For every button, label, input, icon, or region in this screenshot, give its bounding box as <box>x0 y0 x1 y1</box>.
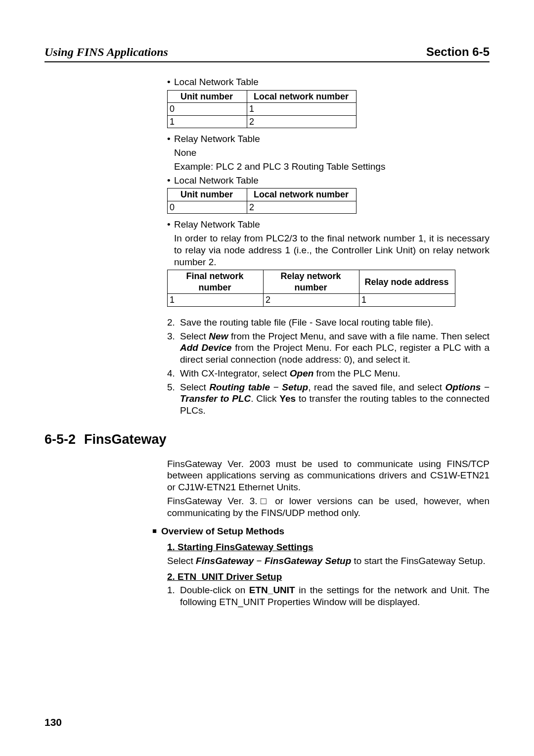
step-number: 2. <box>167 317 180 329</box>
cmd-open: Open <box>290 368 314 378</box>
text-example-caption: Example: PLC 2 and PLC 3 Routing Table S… <box>174 161 490 173</box>
t: to start the FinsGateway Setup. <box>351 556 485 566</box>
bullet-label: Relay Network Table <box>174 133 260 145</box>
th-local-net-number: Local network number <box>247 90 356 103</box>
etn-step-1: 1. Double-click on ETN_UNIT in the setti… <box>167 584 490 608</box>
step-3: 3. Select New from the Project Menu, and… <box>167 331 490 366</box>
table-row: 1 2 <box>168 115 356 128</box>
t: − <box>270 382 282 392</box>
label-etn-unit: ETN_UNIT <box>249 585 295 595</box>
section-body: FinsGateway Ver. 2003 must be used to co… <box>167 458 490 608</box>
th-relay-net: Relay network number <box>264 270 359 294</box>
t: − <box>481 382 490 392</box>
btn-yes-text: Yes <box>279 393 296 404</box>
cell: 1 <box>168 115 247 128</box>
t: Select <box>180 382 209 392</box>
page-number: 130 <box>44 716 62 729</box>
step-text: Select New from the Project Menu, and sa… <box>180 331 490 366</box>
cmd-options: Options <box>445 382 481 392</box>
cell: 2 <box>264 294 359 307</box>
section-title: FinsGateway <box>84 431 167 448</box>
bullet-relay-net-1: • Relay Network Table <box>167 133 490 145</box>
th-local-net-number: Local network number <box>247 189 356 201</box>
cell: 2 <box>247 201 356 214</box>
bullet-local-net-1: • Local Network Table <box>167 76 490 88</box>
cell: 1 <box>359 294 455 307</box>
cmd-finsgateway-setup: FinsGateway Setup <box>265 556 351 566</box>
step-text: Double-click on ETN_UNIT in the settings… <box>180 584 490 608</box>
text-none: None <box>174 147 490 159</box>
header-right: Section 6-5 <box>426 45 490 59</box>
finsgateway-p2: FinsGateway Ver. 3.□ or lower versions c… <box>167 495 490 519</box>
finsgateway-p1: FinsGateway Ver. 2003 must be used to co… <box>167 458 490 493</box>
t: from the Project Menu, and save with a f… <box>228 331 490 341</box>
bullet-relay-net-2: • Relay Network Table <box>167 219 490 231</box>
t: Select <box>180 331 209 341</box>
bullet-dot-icon: • <box>167 219 174 231</box>
step-number: 4. <box>167 368 180 379</box>
subheading-etn-unit-driver: 2. ETN_UNIT Driver Setup <box>167 571 490 583</box>
start-fg-text: Select FinsGateway − FinsGateway Setup t… <box>167 555 490 567</box>
table-row: 0 2 <box>168 201 356 214</box>
t: Double-click on <box>180 585 249 595</box>
step-4: 4. With CX-Integrator, select Open from … <box>167 368 490 379</box>
main-content: • Local Network Table Unit number Local … <box>167 76 490 417</box>
cell: 2 <box>247 115 356 128</box>
step-number: 1. <box>167 584 180 608</box>
table-relay-network: Final network number Relay network numbe… <box>167 270 455 307</box>
cmd-routing-table: Routing table <box>209 382 270 392</box>
step-5: 5. Select Routing table − Setup, read th… <box>167 381 490 417</box>
th-unit-number: Unit number <box>168 189 247 201</box>
t: With CX-Integrator, select <box>180 368 290 378</box>
t: , read the saved file, and select <box>308 382 445 392</box>
cell: 1 <box>247 103 356 116</box>
section-heading: 6-5-2 FinsGateway <box>44 431 490 448</box>
header-left: Using FINS Applications <box>44 45 168 59</box>
t: from the PLC Menu. <box>313 368 400 378</box>
section-number: 6-5-2 <box>44 431 84 448</box>
table-row: 1 2 1 <box>168 294 455 307</box>
step-text: Select Routing table − Setup, read the s… <box>180 381 490 417</box>
bullet-label: Relay Network Table <box>174 219 260 231</box>
bullet-dot-icon: • <box>167 175 174 187</box>
th-unit-number: Unit number <box>168 90 247 103</box>
overview-label: Overview of Setup Methods <box>161 525 284 537</box>
square-bullet-icon: ■ <box>152 525 161 537</box>
table-row: 0 1 <box>168 103 356 116</box>
step-number: 5. <box>167 381 180 417</box>
bullet-dot-icon: • <box>167 76 174 88</box>
cmd-transfer-to-plc: Transfer to PLC <box>180 393 251 404</box>
cmd-add-device: Add Device <box>180 342 232 353</box>
t: − <box>254 556 265 566</box>
cell: 1 <box>168 294 264 307</box>
cell: 0 <box>168 103 247 116</box>
table-local-network-1: Unit number Local network number 0 1 1 2 <box>167 90 356 129</box>
overview-heading: ■ Overview of Setup Methods <box>152 525 490 537</box>
subheading-starting-finsgateway: 1. Starting FinsGateway Settings <box>167 541 490 553</box>
cell: 0 <box>168 201 247 214</box>
th-final-net: Final network number <box>168 270 264 294</box>
cmd-finsgateway: FinsGateway <box>196 556 254 566</box>
step-text: With CX-Integrator, select Open from the… <box>180 368 490 379</box>
step-text: Save the routing table file (File - Save… <box>180 317 490 329</box>
relay-intro-text: In order to relay from PLC2/3 to the fin… <box>174 233 490 268</box>
bullet-label: Local Network Table <box>174 76 259 88</box>
th-relay-node: Relay node address <box>359 270 455 294</box>
t: Select <box>167 556 196 566</box>
bullet-dot-icon: • <box>167 133 174 145</box>
cmd-setup: Setup <box>282 382 308 392</box>
page-header: Using FINS Applications Section 6-5 <box>44 45 490 62</box>
t: . Click <box>251 393 279 404</box>
bullet-label: Local Network Table <box>174 175 259 187</box>
cmd-new: New <box>209 331 228 341</box>
bullet-local-net-2: • Local Network Table <box>167 175 490 187</box>
table-local-network-2: Unit number Local network number 0 2 <box>167 188 356 214</box>
step-2: 2. Save the routing table file (File - S… <box>167 317 490 329</box>
step-number: 3. <box>167 331 180 366</box>
